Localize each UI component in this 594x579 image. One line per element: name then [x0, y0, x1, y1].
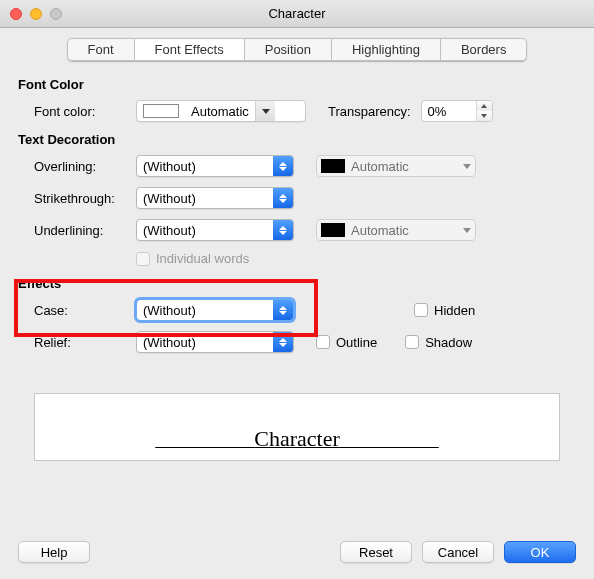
close-icon[interactable] [10, 8, 22, 20]
stepper-down-icon[interactable] [477, 111, 492, 121]
strikethrough-label: Strikethrough: [18, 191, 136, 206]
tab-highlighting[interactable]: Highlighting [332, 38, 441, 61]
outline-checkbox[interactable] [316, 335, 330, 349]
zoom-icon[interactable] [50, 8, 62, 20]
chevron-updown-icon [273, 188, 293, 208]
cancel-button-label: Cancel [438, 545, 478, 560]
help-button-label: Help [41, 545, 68, 560]
overlining-dropdown[interactable]: (Without) [136, 155, 294, 177]
outline-label: Outline [336, 335, 377, 350]
preview-area: Character [34, 393, 560, 461]
font-color-dropdown[interactable]: Automatic [136, 100, 306, 122]
strikethrough-dropdown[interactable]: (Without) [136, 187, 294, 209]
window-controls [0, 8, 62, 20]
hidden-checkbox[interactable] [414, 303, 428, 317]
underlining-value: (Without) [137, 223, 273, 238]
section-effects-title: Effects [18, 276, 576, 291]
case-value: (Without) [137, 303, 273, 318]
chevron-updown-icon [273, 156, 293, 176]
tab-borders[interactable]: Borders [441, 38, 528, 61]
preview-text: Character [254, 426, 340, 452]
chevron-updown-icon [273, 220, 293, 240]
section-text-decoration-title: Text Decoration [18, 132, 576, 147]
underlining-label: Underlining: [18, 223, 136, 238]
cancel-button[interactable]: Cancel [422, 541, 494, 563]
underlining-color-value: Automatic [351, 223, 409, 238]
titlebar: Character [0, 0, 594, 28]
section-font-color-title: Font Color [18, 77, 576, 92]
color-swatch-icon [143, 104, 179, 118]
ok-button[interactable]: OK [504, 541, 576, 563]
minimize-icon[interactable] [30, 8, 42, 20]
ok-button-label: OK [531, 545, 550, 560]
font-color-value: Automatic [185, 104, 255, 119]
shadow-checkbox[interactable] [405, 335, 419, 349]
font-color-label: Font color: [18, 104, 136, 119]
reset-button-label: Reset [359, 545, 393, 560]
character-dialog: Character Font Font Effects Position Hig… [0, 0, 594, 579]
content-area: Font Color Font color: Automatic Transpa… [0, 77, 594, 461]
chevron-down-icon [463, 164, 471, 169]
chevron-down-icon [463, 228, 471, 233]
transparency-value: 0% [422, 104, 476, 119]
shadow-label: Shadow [425, 335, 472, 350]
color-swatch-icon [321, 223, 345, 237]
overlining-color-value: Automatic [351, 159, 409, 174]
reset-button[interactable]: Reset [340, 541, 412, 563]
tab-position[interactable]: Position [245, 38, 332, 61]
chevron-down-icon [255, 101, 275, 121]
overlining-color-dropdown[interactable]: Automatic [316, 155, 476, 177]
chevron-updown-icon [273, 300, 293, 320]
case-label: Case: [18, 303, 136, 318]
case-dropdown[interactable]: (Without) [136, 299, 294, 321]
relief-value: (Without) [137, 335, 273, 350]
individual-words-label: Individual words [156, 251, 249, 266]
overlining-value: (Without) [137, 159, 273, 174]
relief-label: Relief: [18, 335, 136, 350]
strikethrough-value: (Without) [137, 191, 273, 206]
overlining-label: Overlining: [18, 159, 136, 174]
tab-font[interactable]: Font [67, 38, 135, 61]
footer: Help Reset Cancel OK [0, 529, 594, 579]
tab-font-effects[interactable]: Font Effects [135, 38, 245, 61]
hidden-label: Hidden [434, 303, 475, 318]
underlining-dropdown[interactable]: (Without) [136, 219, 294, 241]
transparency-spinner[interactable]: 0% [421, 100, 493, 122]
tabbar: Font Font Effects Position Highlighting … [0, 28, 594, 71]
transparency-label: Transparency: [328, 104, 411, 119]
help-button[interactable]: Help [18, 541, 90, 563]
relief-dropdown[interactable]: (Without) [136, 331, 294, 353]
color-swatch-icon [321, 159, 345, 173]
window-title: Character [0, 6, 594, 21]
underlining-color-dropdown[interactable]: Automatic [316, 219, 476, 241]
stepper-up-icon[interactable] [477, 101, 492, 111]
chevron-updown-icon [273, 332, 293, 352]
individual-words-checkbox[interactable] [136, 252, 150, 266]
